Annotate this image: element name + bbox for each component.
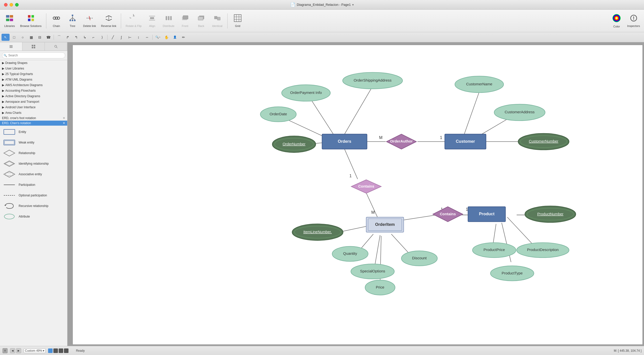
- svg-line-65: [344, 86, 372, 134]
- status-text: Ready: [76, 349, 85, 352]
- section-area-charts[interactable]: ▶ Area Charts: [0, 110, 67, 116]
- distribute-button[interactable]: Distribute: [161, 11, 176, 31]
- ellipse-tool[interactable]: ○: [19, 34, 27, 41]
- section-active-directory[interactable]: ▶ Active Directory Diagrams: [0, 93, 67, 99]
- rotate-flip-button[interactable]: Rotate & Flip: [124, 11, 144, 31]
- delete-link-button[interactable]: Delete link: [81, 11, 98, 31]
- id-relationship-preview: [3, 160, 16, 167]
- svg-rect-24: [150, 17, 154, 19]
- close-button[interactable]: [4, 3, 8, 7]
- arrow4-tool[interactable]: ⟩: [98, 34, 106, 41]
- path-tool[interactable]: ⊢: [126, 34, 134, 41]
- section-orgcharts[interactable]: ▶ 25 Typical Orgcharts: [0, 71, 67, 77]
- page-btn-2[interactable]: [53, 348, 58, 353]
- delete-link-icon: [86, 14, 94, 23]
- back-button[interactable]: Back: [194, 11, 209, 31]
- pause-button[interactable]: ⏸: [3, 348, 8, 353]
- chain-icon: [52, 14, 60, 23]
- library-erd-crows[interactable]: ERD, crow's foot notation ✕: [0, 116, 67, 121]
- chain-button[interactable]: Chain: [49, 11, 64, 31]
- shape-recursive[interactable]: Recursive relationship: [0, 201, 67, 211]
- curve-tool[interactable]: ∫: [117, 34, 125, 41]
- svg-text:1: 1: [440, 135, 442, 140]
- library-erd-chen[interactable]: ERD, Chen's notation ✕: [0, 121, 67, 126]
- prev-page-button[interactable]: ◀: [10, 348, 15, 353]
- tab-list[interactable]: [0, 42, 22, 51]
- svg-marker-63: [4, 205, 6, 206]
- section-user-libraries[interactable]: ▶ User Libraries: [0, 66, 67, 71]
- section-drawing-shapes[interactable]: ▶ Drawing Shapes: [0, 60, 67, 66]
- inspectors-button[interactable]: Inspectors: [625, 11, 642, 31]
- rect-tool[interactable]: □: [10, 34, 18, 41]
- secondary-toolbar: ↖ □ ○ ▦ ⊟ ☎ ⌒ ↱ ↰ ↳ ⌐ ⟩ ╱ ∫ ⊢ ↕ ↔ 🔍− ✋ 👤…: [0, 32, 644, 42]
- color-button[interactable]: Color: [609, 11, 624, 31]
- attribute-preview: [3, 213, 16, 220]
- shape-entity[interactable]: Entity: [0, 127, 67, 137]
- table-tool[interactable]: ▦: [27, 34, 35, 41]
- svg-rect-27: [168, 16, 169, 20]
- angle-tool[interactable]: ⌐: [89, 34, 97, 41]
- coords-display: M: [ 445.38, 104.74 ]: [614, 349, 641, 352]
- back-icon: [197, 14, 205, 23]
- shape-id-relationship[interactable]: Identifying relationship: [0, 158, 67, 169]
- tab-grid[interactable]: [22, 42, 45, 51]
- svg-text:Customer: Customer: [456, 139, 475, 144]
- diagram-canvas[interactable]: .attr-ellipse { fill: #a8d5c0; stroke: #…: [73, 45, 643, 345]
- page-btn-3[interactable]: [59, 348, 63, 353]
- note-tool[interactable]: ⊟: [36, 34, 44, 41]
- zoomout-tool[interactable]: 🔍−: [154, 34, 162, 41]
- search-input[interactable]: [2, 52, 65, 58]
- user-tool[interactable]: 👤: [171, 34, 179, 41]
- darrow-tool[interactable]: ↕: [134, 34, 142, 41]
- harrow-tool[interactable]: ↔: [143, 34, 151, 41]
- svg-marker-59: [4, 171, 15, 177]
- identical-icon: [213, 14, 221, 23]
- close-library-icon[interactable]: ✕: [63, 116, 65, 120]
- next-page-button[interactable]: ▶: [16, 348, 21, 353]
- reverse-link-button[interactable]: Reverse link: [99, 11, 118, 31]
- shape-relationship[interactable]: Relationship: [0, 148, 67, 158]
- page-btn-4[interactable]: [64, 348, 68, 353]
- section-arrow: ▶: [2, 78, 4, 81]
- shape-attribute[interactable]: Attribute: [0, 211, 67, 222]
- grid-button[interactable]: Grid: [230, 11, 245, 31]
- close-library-active-icon[interactable]: ✕: [63, 121, 65, 125]
- pan-tool[interactable]: ✋: [162, 34, 170, 41]
- align-button[interactable]: Align: [145, 11, 160, 31]
- section-accounting[interactable]: ▶ Accounting Flowcharts: [0, 88, 67, 93]
- svg-text:ProductNumber: ProductNumber: [537, 212, 563, 216]
- minimize-button[interactable]: [10, 3, 13, 7]
- svg-text:SpecialOptions: SpecialOptions: [360, 269, 385, 273]
- pen-tool[interactable]: ✏: [180, 34, 188, 41]
- arrow3-tool[interactable]: ↳: [81, 34, 89, 41]
- front-button[interactable]: Front: [177, 11, 193, 31]
- section-aerospace[interactable]: ▶ Aerospace and Transport: [0, 99, 67, 104]
- line-tool[interactable]: ╱: [109, 34, 117, 41]
- identical-button[interactable]: Identical: [210, 11, 225, 31]
- section-atm-uml[interactable]: ▶ ATM UML Diagrams: [0, 77, 67, 82]
- arrow2-tool[interactable]: ↰: [72, 34, 80, 41]
- svg-line-67: [285, 118, 327, 138]
- arrow1-tool[interactable]: ↱: [64, 34, 72, 41]
- window-title: 📄 Diagrama_Entidad_Relacion - Page1 ▾: [290, 2, 354, 7]
- shape-opt-participation[interactable]: Optional participation: [0, 190, 67, 201]
- canvas-area[interactable]: .attr-ellipse { fill: #a8d5c0; stroke: #…: [67, 42, 644, 346]
- t2-separator2: [107, 35, 108, 40]
- libraries-button[interactable]: Libraries: [2, 11, 17, 31]
- browse-solutions-button[interactable]: Browse Solutions: [18, 11, 44, 31]
- tree-button[interactable]: Tree: [65, 11, 80, 31]
- shape-assoc-entity[interactable]: Associative entity: [0, 169, 67, 180]
- zoom-dropdown-icon: ▾: [43, 349, 44, 352]
- svg-text:Contains: Contains: [440, 212, 456, 216]
- tab-search[interactable]: [45, 42, 67, 51]
- page-btn-1[interactable]: [48, 348, 53, 353]
- select-tool[interactable]: ↖: [2, 34, 10, 41]
- zoom-selector[interactable]: Custom 49% ▾: [24, 348, 46, 353]
- phone-tool[interactable]: ☎: [44, 34, 52, 41]
- section-android[interactable]: ▶ Android User Interface: [0, 104, 67, 110]
- shape-weak-entity[interactable]: Weak entity: [0, 137, 67, 148]
- section-aws[interactable]: ▶ AWS Architecture Diagrams: [0, 82, 67, 88]
- maximize-button[interactable]: [15, 3, 19, 7]
- shape-participation[interactable]: Participation: [0, 180, 67, 190]
- arc-tool[interactable]: ⌒: [55, 34, 63, 41]
